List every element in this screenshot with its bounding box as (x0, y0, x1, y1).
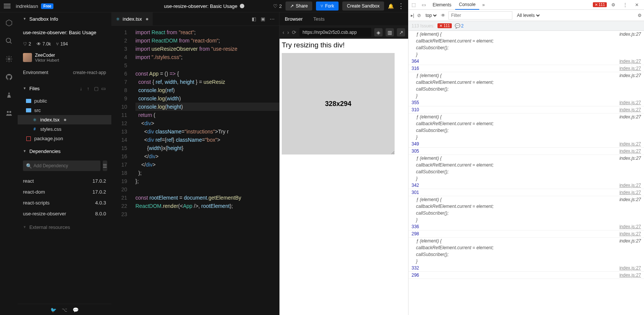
download-icon[interactable]: ↓ (80, 86, 85, 91)
source-link[interactable]: index.js:27 (620, 238, 641, 244)
error-indicator[interactable]: ✕111 ⚙ ⋮ ✕ (591, 2, 644, 8)
console-log-row[interactable]: 332index.js:27 (409, 265, 644, 272)
console-log-row[interactable]: } (409, 217, 644, 223)
file-index-tsx[interactable]: ⚛index.tsx (18, 115, 111, 124)
console-log-row[interactable]: 298index.js:27 (409, 230, 644, 238)
console-log-row[interactable]: } (409, 134, 644, 141)
file-public[interactable]: public (18, 96, 111, 106)
source-link[interactable]: index.js:27 (620, 189, 641, 195)
files-header[interactable]: ▼ Files ↓ ↑ ▢ ▭ (18, 82, 111, 95)
source-link[interactable]: index.js:27 (620, 182, 641, 188)
console-log-row[interactable]: callSubscriber(); (409, 168, 644, 175)
console-log-row[interactable]: ƒ (element) {index.js:27 (409, 72, 644, 79)
source-link[interactable]: index.js:27 (620, 224, 641, 230)
console-log-row[interactable]: callbackRefElement.current = element; (409, 120, 644, 127)
console-log-row[interactable]: 349index.js:27 (409, 141, 644, 148)
console-log-row[interactable]: 336index.js:27 (409, 223, 644, 230)
sandbox-info-header[interactable]: ▼Sandbox Info (18, 12, 111, 25)
code-content[interactable]: import React from "react";import ReactDO… (132, 26, 279, 315)
console-log-row[interactable]: callSubscriber(); (409, 86, 644, 92)
console-log-row[interactable]: ƒ (element) {index.js:27 (409, 238, 644, 244)
context-select[interactable]: top (424, 12, 438, 18)
source-link[interactable]: index.js:27 (620, 141, 641, 147)
share-button[interactable]: ↗Share (286, 2, 312, 11)
sidebar-toggle-icon[interactable]: ▸| (411, 13, 414, 18)
console-log-row[interactable]: 305index.js:27 (409, 148, 644, 155)
new-folder-icon[interactable]: ▢ (94, 86, 99, 91)
deploy-icon[interactable] (5, 91, 13, 99)
reload-icon[interactable]: ⟳ (292, 29, 296, 35)
tab-console[interactable]: Console (455, 0, 479, 10)
source-link[interactable]: index.js:27 (620, 58, 641, 64)
file-styles-css[interactable]: #styles.css (18, 124, 111, 134)
preview-iframe[interactable]: Try resizing this div! 328x294 (279, 39, 408, 315)
sandbox-title[interactable]: use-resize-observer: Basic Usage (164, 3, 237, 9)
kebab-icon[interactable]: ⋮ (620, 2, 630, 8)
source-link[interactable]: index.js:27 (620, 100, 641, 106)
preview-tool-1-icon[interactable]: ◈ (374, 28, 383, 36)
close-icon[interactable]: ✕ (632, 2, 642, 8)
console-log-row[interactable]: callSubscriber(); (409, 210, 644, 217)
preview-url-input[interactable] (299, 28, 371, 37)
console-output[interactable]: ƒ (element) {index.js:27 callbackRefElem… (409, 31, 644, 315)
dependency-use-resize-observer[interactable]: use-resize-observer8.0.0 (23, 208, 106, 219)
more-tabs-icon[interactable]: » (479, 2, 488, 8)
dependency-react-scripts[interactable]: react-scripts4.0.3 (23, 197, 106, 208)
tab-elements[interactable]: Elements (429, 0, 455, 10)
source-link[interactable]: index.js:27 (620, 114, 641, 120)
clear-console-icon[interactable]: ⊘ (417, 13, 421, 18)
code-editor[interactable]: 1234567891011121314151617181920212223 im… (111, 26, 279, 315)
console-log-row[interactable]: callbackRefElement.current = element; (409, 244, 644, 251)
console-log-row[interactable]: ƒ (element) {index.js:27 (409, 114, 644, 120)
console-log-row[interactable]: 355index.js:27 (409, 99, 644, 106)
console-log-row[interactable]: 342index.js:27 (409, 182, 644, 189)
gear-icon[interactable]: ⚙ (608, 2, 618, 8)
console-log-row[interactable]: callbackRefElement.current = element; (409, 203, 644, 210)
twitter-icon[interactable]: 🐦 (50, 307, 56, 313)
privacy-icon[interactable] (240, 4, 244, 8)
project-title[interactable]: use-resize-observer: Basic Usage (23, 28, 106, 39)
source-link[interactable]: index.js:27 (620, 155, 641, 161)
source-link[interactable]: index.js:27 (620, 265, 641, 271)
dependencies-header[interactable]: ▼Dependencies (18, 145, 111, 158)
tab-index-tsx[interactable]: ⚛ index.tsx (111, 12, 153, 26)
source-link[interactable]: index.js:27 (620, 197, 641, 203)
log-level-select[interactable]: All levels (515, 12, 541, 18)
device-icon[interactable]: ▭ (419, 2, 429, 8)
console-log-row[interactable]: callbackRefElement.current = element; (409, 79, 644, 86)
more-menu-icon[interactable]: ⋮ (398, 2, 404, 10)
dependency-react[interactable]: react17.0.2 (23, 176, 106, 186)
github-icon[interactable] (5, 73, 13, 81)
new-file-icon[interactable]: ▭ (101, 86, 106, 91)
github-icon[interactable]: ⌥ (62, 307, 67, 313)
more-icon[interactable]: ⋯ (270, 16, 275, 22)
console-log-row[interactable]: ƒ (element) {index.js:27 (409, 196, 644, 203)
layout-icon[interactable]: ▣ (261, 16, 265, 22)
upload-icon[interactable]: ↑ (87, 86, 92, 91)
console-log-row[interactable]: callSubscriber(); (409, 251, 644, 258)
preview-tool-2-icon[interactable]: ▥ (386, 28, 394, 36)
source-link[interactable]: index.js:27 (620, 148, 641, 154)
dependency-react-dom[interactable]: react-dom17.0.2 (23, 186, 106, 197)
add-dependency-input[interactable] (23, 161, 100, 171)
resizable-box[interactable]: 328x294 (282, 53, 395, 154)
console-log-row[interactable]: ƒ (element) {index.js:27 (409, 155, 644, 162)
back-icon[interactable]: ‹ (283, 29, 284, 35)
search-icon[interactable] (5, 37, 13, 45)
console-log-row[interactable]: 296index.js:27 (409, 272, 644, 279)
source-link[interactable]: index.js:27 (620, 31, 641, 37)
source-link[interactable]: index.js:27 (620, 73, 641, 79)
tab-browser[interactable]: Browser (285, 16, 303, 22)
console-log-row[interactable]: } (409, 175, 644, 182)
source-link[interactable]: index.js:27 (620, 272, 641, 278)
live-icon[interactable] (5, 109, 13, 117)
user-area[interactable]: indreklasn Free (16, 3, 53, 9)
source-link[interactable]: index.js:27 (620, 107, 641, 113)
like-button[interactable]: ♡ 2 (273, 3, 282, 9)
console-log-row[interactable]: } (409, 258, 644, 265)
open-external-icon[interactable]: ↗ (397, 28, 405, 36)
eye-icon[interactable]: 👁 (441, 13, 445, 18)
external-resources-header[interactable]: ▼External resources (18, 221, 111, 233)
source-link[interactable]: index.js:27 (620, 65, 641, 71)
dependency-menu-icon[interactable]: ☰ (103, 161, 107, 171)
